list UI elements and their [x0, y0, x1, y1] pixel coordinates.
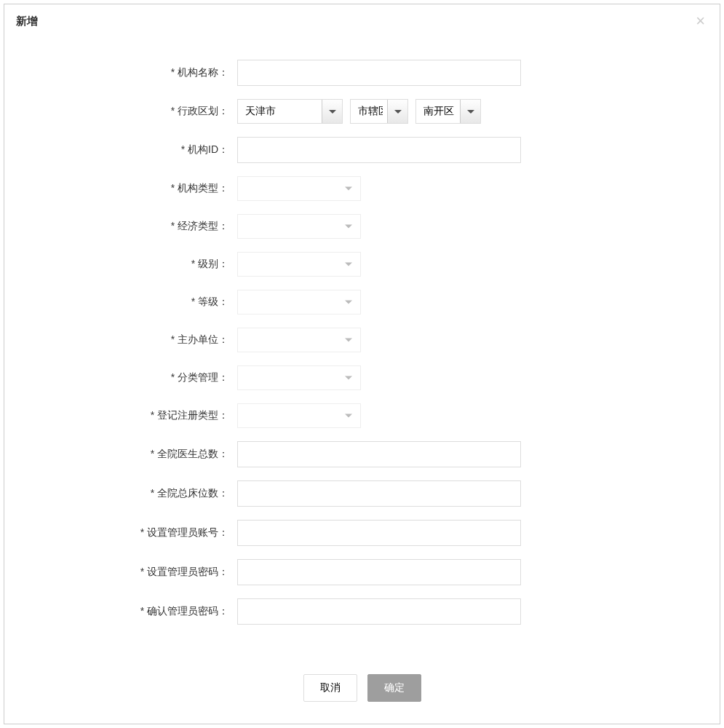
- select-level[interactable]: [237, 252, 361, 277]
- input-org-id[interactable]: [237, 137, 521, 163]
- input-admin-pwd-confirm[interactable]: [237, 598, 521, 625]
- row-classify-mgmt: 分类管理：: [19, 365, 705, 390]
- label-org-type: 机构类型：: [19, 182, 237, 195]
- row-host-unit: 主办单位：: [19, 328, 705, 352]
- select-province-wrap[interactable]: [237, 99, 343, 124]
- row-level: 级别：: [19, 252, 705, 277]
- input-bed-total[interactable]: [237, 480, 521, 507]
- select-level-wrap[interactable]: [237, 252, 361, 277]
- row-grade: 等级：: [19, 290, 705, 314]
- label-level: 级别：: [19, 258, 237, 271]
- select-host-unit[interactable]: [237, 328, 361, 352]
- select-econ-type-wrap[interactable]: [237, 214, 361, 239]
- label-reg-type: 登记注册类型：: [19, 409, 237, 422]
- label-bed-total: 全院总床位数：: [19, 487, 237, 500]
- label-grade: 等级：: [19, 296, 237, 309]
- row-org-id: 机构ID：: [19, 137, 705, 163]
- label-admin-pwd: 设置管理员密码：: [19, 566, 237, 579]
- select-reg-type[interactable]: [237, 403, 361, 428]
- row-admin-pwd: 设置管理员密码：: [19, 559, 705, 585]
- select-province[interactable]: [237, 99, 343, 124]
- label-doctor-total: 全院医生总数：: [19, 448, 237, 461]
- input-admin-account[interactable]: [237, 520, 521, 546]
- select-reg-type-wrap[interactable]: [237, 403, 361, 428]
- row-doctor-total: 全院医生总数：: [19, 441, 705, 467]
- label-classify-mgmt: 分类管理：: [19, 371, 237, 384]
- cancel-button[interactable]: 取消: [303, 674, 357, 702]
- label-region: 行政区划：: [19, 105, 237, 118]
- select-city-wrap[interactable]: [350, 99, 408, 124]
- row-bed-total: 全院总床位数：: [19, 480, 705, 507]
- select-org-type-wrap[interactable]: [237, 176, 361, 201]
- label-econ-type: 经济类型：: [19, 220, 237, 233]
- select-classify-mgmt-wrap[interactable]: [237, 365, 361, 390]
- select-district-wrap[interactable]: [415, 99, 481, 124]
- input-doctor-total[interactable]: [237, 441, 521, 467]
- input-admin-pwd[interactable]: [237, 559, 521, 585]
- row-org-name: 机构名称：: [19, 60, 705, 86]
- label-admin-pwd-confirm: 确认管理员密码：: [19, 605, 237, 618]
- label-org-name: 机构名称：: [19, 66, 237, 79]
- row-org-type: 机构类型：: [19, 176, 705, 201]
- row-admin-account: 设置管理员账号：: [19, 520, 705, 546]
- select-city[interactable]: [350, 99, 408, 124]
- select-classify-mgmt[interactable]: [237, 365, 361, 390]
- label-host-unit: 主办单位：: [19, 333, 237, 347]
- modal-footer: 取消 确定: [4, 657, 720, 724]
- row-region: 行政区划：: [19, 99, 705, 124]
- row-econ-type: 经济类型：: [19, 214, 705, 239]
- org-add-modal: 新增 × 机构名称： 行政区划：: [4, 4, 720, 724]
- label-admin-account: 设置管理员账号：: [19, 526, 237, 539]
- select-org-type[interactable]: [237, 176, 361, 201]
- label-org-id: 机构ID：: [19, 143, 237, 157]
- row-admin-pwd-confirm: 确认管理员密码：: [19, 598, 705, 625]
- select-econ-type[interactable]: [237, 214, 361, 239]
- select-grade[interactable]: [237, 290, 361, 314]
- select-district[interactable]: [415, 99, 481, 124]
- modal-title: 新增: [16, 15, 38, 28]
- modal-header: 新增 ×: [4, 4, 720, 38]
- row-reg-type: 登记注册类型：: [19, 403, 705, 428]
- select-host-unit-wrap[interactable]: [237, 328, 361, 352]
- select-grade-wrap[interactable]: [237, 290, 361, 314]
- close-button[interactable]: ×: [693, 13, 708, 29]
- confirm-button[interactable]: 确定: [367, 674, 421, 702]
- modal-body: 机构名称： 行政区划：: [4, 38, 720, 657]
- input-org-name[interactable]: [237, 60, 521, 86]
